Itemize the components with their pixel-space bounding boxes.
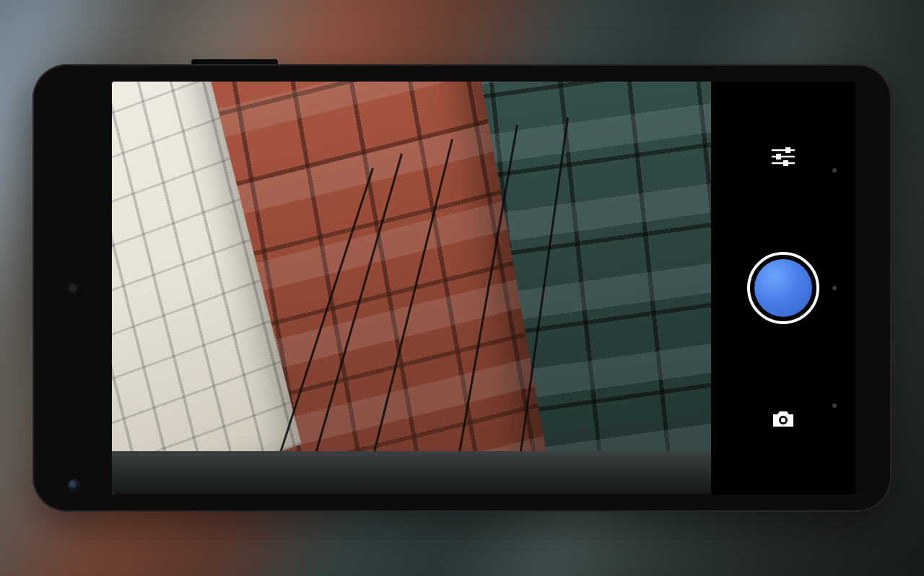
camera-icon: [771, 409, 796, 429]
phone-earpiece: [64, 279, 82, 297]
android-nav-hints: [832, 82, 840, 494]
svg-point-7: [781, 418, 785, 422]
shutter-button[interactable]: [747, 252, 819, 324]
phone-front-camera: [69, 480, 79, 490]
viewfinder-street: [112, 451, 711, 494]
phone-mockup: [32, 64, 892, 512]
settings-button[interactable]: [767, 141, 799, 173]
camera-mode-button[interactable]: [767, 403, 799, 435]
svg-rect-3: [785, 147, 790, 153]
camera-controls-bar: [711, 82, 855, 494]
shutter-button-inner: [754, 259, 812, 317]
svg-rect-4: [776, 154, 781, 160]
camera-viewfinder[interactable]: [112, 82, 711, 494]
svg-rect-5: [783, 160, 788, 166]
sliders-icon: [771, 146, 796, 167]
phone-screen: [112, 82, 855, 494]
